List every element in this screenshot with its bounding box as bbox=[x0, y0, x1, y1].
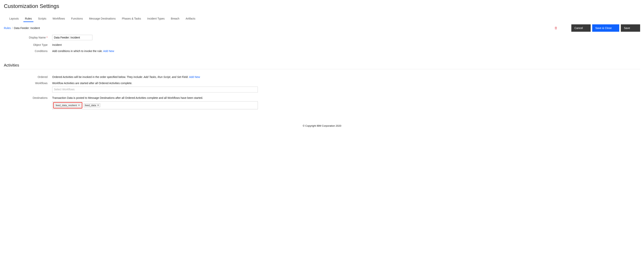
breadcrumb-separator: / bbox=[12, 27, 13, 30]
page-title: Customization Settings bbox=[4, 3, 640, 9]
conditions-add-new-link[interactable]: Add New bbox=[103, 50, 114, 53]
workflows-label: Workflows bbox=[4, 80, 52, 85]
tab-message-destinations[interactable]: Message Destinations bbox=[86, 16, 119, 22]
workflows-text: Workflow Activities are started after al… bbox=[52, 80, 262, 85]
destinations-label: Destinations bbox=[4, 95, 52, 99]
destination-tag-label: feed_data_resilient bbox=[56, 104, 77, 107]
destination-tag[interactable]: feed_data ✕ bbox=[84, 103, 100, 107]
tab-artifacts[interactable]: Artifacts bbox=[182, 16, 198, 22]
tabs-nav: Layouts Rules Scripts Workflows Function… bbox=[4, 16, 640, 22]
breadcrumb: Rules / Data Feeder: Incident bbox=[4, 27, 40, 30]
tab-layouts[interactable]: Layouts bbox=[6, 16, 22, 22]
object-type-label: Object Type bbox=[4, 42, 52, 46]
tab-breach[interactable]: Breach bbox=[168, 16, 182, 22]
activities-heading: Activities bbox=[4, 58, 640, 69]
destinations-text: Transaction Data is posted to Message De… bbox=[52, 95, 262, 99]
destinations-tag-input[interactable]: feed_data_resilient ✕ feed_data ✕ bbox=[52, 101, 258, 109]
cancel-button[interactable]: Cancel bbox=[571, 24, 591, 32]
ordered-label: Ordered bbox=[4, 74, 52, 79]
destination-tag[interactable]: feed_data_resilient ✕ bbox=[54, 103, 81, 107]
save-and-close-button[interactable]: Save & Close bbox=[592, 24, 619, 32]
tab-rules[interactable]: Rules bbox=[22, 16, 35, 22]
tab-workflows[interactable]: Workflows bbox=[50, 16, 68, 22]
ordered-text: Ordered Activities will be invoked in th… bbox=[52, 75, 144, 79]
highlighted-tag-callout: feed_data_resilient ✕ bbox=[53, 102, 82, 109]
required-asterisk: * bbox=[46, 36, 48, 39]
conditions-text: Add conditions in which to invoke the ru… bbox=[52, 50, 103, 53]
copyright-footer: © Copyright IBM Corporation 2020 bbox=[4, 124, 640, 127]
ordered-add-new-link[interactable]: Add New bbox=[189, 75, 200, 79]
tab-functions[interactable]: Functions bbox=[68, 16, 86, 22]
conditions-label: Conditions bbox=[4, 48, 52, 53]
object-type-value: Incident bbox=[52, 42, 262, 46]
tab-phases-tasks[interactable]: Phases & Tasks bbox=[119, 16, 144, 22]
destination-tag-label: feed_data bbox=[85, 104, 96, 107]
tab-scripts[interactable]: Scripts bbox=[35, 16, 50, 22]
tab-incident-types[interactable]: Incident Types bbox=[144, 16, 168, 22]
action-bar: Cancel Save & Close Save bbox=[553, 24, 640, 32]
breadcrumb-current: Data Feeder: Incident bbox=[14, 27, 40, 30]
display-name-label: Display Name * bbox=[4, 35, 52, 39]
delete-icon[interactable] bbox=[553, 25, 559, 31]
display-name-input[interactable] bbox=[52, 35, 92, 40]
ordered-italic: Add Tasks, Run Script, and Set Field. bbox=[144, 75, 188, 79]
save-button[interactable]: Save bbox=[621, 24, 640, 32]
breadcrumb-root-link[interactable]: Rules bbox=[4, 27, 11, 30]
workflows-select[interactable]: Select Workflows bbox=[52, 87, 258, 92]
tag-remove-icon[interactable]: ✕ bbox=[78, 104, 80, 107]
tag-remove-icon[interactable]: ✕ bbox=[97, 104, 99, 107]
